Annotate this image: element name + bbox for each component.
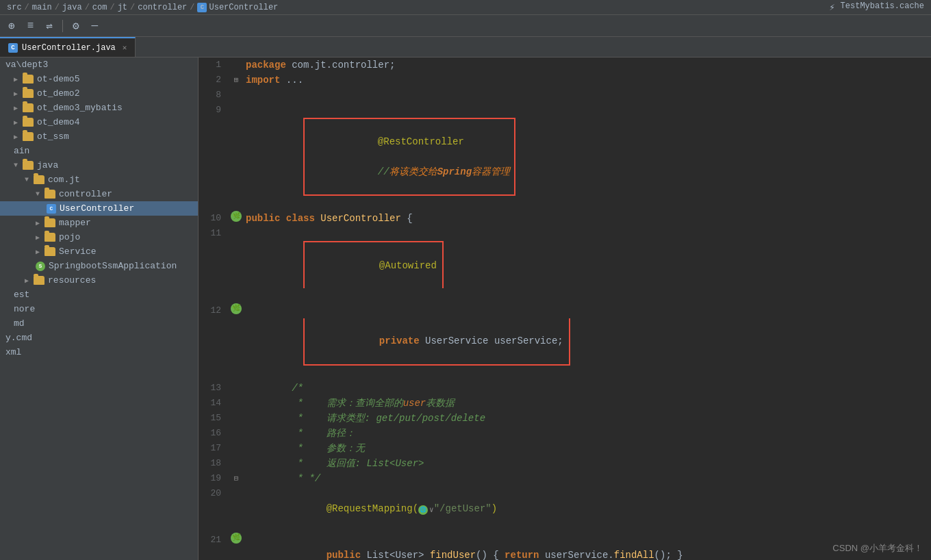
minimize-icon[interactable]: — [89,18,101,34]
sidebar-item-demo4[interactable]: ▶ ot_demo4 [0,115,198,129]
sidebar-item-comjt[interactable]: ▼ com.jt [0,173,198,187]
tab-bar: C UserController.java ✕ [0,37,931,58]
toolbar: ⊕ ≡ ⇌ ⚙ — [0,15,931,37]
list-icon[interactable]: ≡ [25,18,37,34]
folder-icon [44,218,55,227]
code-line-9: 9 @RestController //将该类交给Spring容器管理 [199,103,931,211]
code-line-17: 17 * 参数：无 [199,441,931,456]
arrow-icon: ▶ [14,75,18,84]
arrow-icon: ▶ [36,219,40,227]
editor[interactable]: 1 package com.jt.controller; 2 ⊞ import … [199,58,931,560]
code-line-21: 21 🌿 public List<User> findUser() { retu… [199,533,931,560]
sidebar-item-xml: xml [0,345,198,359]
sidebar-item-nore: nore [0,302,198,316]
folder-icon [23,103,34,112]
folder-icon [23,75,34,84]
arrow-icon: ▶ [14,90,18,98]
breadcrumb-jt[interactable]: jt [118,3,127,12]
settings-icon[interactable]: ⚙ [70,18,82,34]
sidebar-label: Service [59,246,97,257]
arrow-icon: ▼ [36,190,40,198]
java-file-icon: C [47,204,56,214]
tab-usercontroller[interactable]: C UserController.java ✕ [0,37,136,57]
sidebar-label: UserController [60,203,134,214]
code-line-20: 20 @RequestMapping(🌐∨"/getUser") [199,486,931,533]
breadcrumb: src / main / java / com / jt / controlle… [0,0,931,15]
sidebar-item-pojo[interactable]: ▶ pojo [0,230,198,244]
code-line-2: 2 ⊞ import ... [199,73,931,88]
sidebar-item-usercontroller[interactable]: C UserController [0,201,198,216]
code-line-11: 11 @Autowired [199,226,931,303]
sidebar-item-mapper[interactable]: ▶ mapper [0,216,198,230]
arrow-icon: ▼ [14,162,18,169]
fold-button[interactable]: ⊟ [234,471,239,486]
tab-c-icon: C [8,43,18,53]
sort-icon[interactable]: ⇌ [43,18,55,34]
arrow-icon: ▶ [25,277,29,285]
sidebar-item-demo2[interactable]: ▶ ot_demo2 [0,86,198,101]
sidebar-item-demo5[interactable]: ▶ ot-demo5 [0,72,198,86]
arrow-icon: ▶ [36,233,40,242]
breadcrumb-controller[interactable]: controller [138,3,187,12]
code-line-18: 18 * 返回值: List<User> [199,456,931,471]
folder-icon [34,276,44,285]
sidebar-label: java [37,160,58,170]
code-line-10: 10 🌿 public class UserController { [199,211,931,226]
code-area: 1 package com.jt.controller; 2 ⊞ import … [199,58,931,560]
top-right-icon1[interactable]: ⚡ [829,1,834,13]
sidebar-item-md: md [0,316,198,331]
code-line-16: 16 * 路径： [199,426,931,441]
folder-icon [23,161,34,170]
spring-icon: S [36,262,45,271]
top-right-label: TestMybatis.cache [841,1,924,13]
folder-icon [34,175,44,184]
breadcrumb-java[interactable]: java [62,3,82,12]
sidebar-label: resources [48,275,96,285]
add-icon[interactable]: ⊕ [5,18,18,34]
code-line-13: 13 /* [199,381,931,396]
breadcrumb-c-icon: C UserController [197,3,278,12]
arrow-icon: ▼ [25,176,29,183]
breadcrumb-main[interactable]: main [32,3,52,12]
sidebar-item-est: est [0,288,198,302]
sidebar-label: ot_demo2 [37,88,79,99]
bean-marker: 🌿 [231,211,242,222]
sidebar-item-service[interactable]: ▶ Service [0,244,198,259]
sidebar: va\dept3 ▶ ot-demo5 ▶ ot_demo2 ▶ ot_demo… [0,58,199,560]
sidebar-item-java[interactable]: ▼ java [0,158,198,173]
folder-icon [23,89,34,98]
sidebar-item-cmd: y.cmd [0,331,198,345]
sidebar-label: ot-demo5 [37,74,79,84]
code-line-14: 14 * 需求：查询全部的user表数据 [199,396,931,411]
sidebar-item-dept3: va\dept3 [0,58,198,72]
code-line-15: 15 * 请求类型: get/put/post/delete [199,411,931,426]
folder-icon [23,132,34,141]
sidebar-label: SpringbootSsmApplication [49,261,177,271]
arrow-icon: ▶ [14,118,18,127]
bean-marker: 🌿 [231,303,242,314]
sidebar-label: ot_ssm [37,131,69,142]
sidebar-label: pojo [59,232,80,242]
sidebar-item-resources[interactable]: ▶ resources [0,273,198,288]
sidebar-label: ot_demo3_mybatis [37,103,123,113]
sidebar-item-controller[interactable]: ▼ controller [0,187,198,201]
sidebar-item-springbootssm[interactable]: S SpringbootSsmApplication [0,259,198,273]
sidebar-item-demo3mybatis[interactable]: ▶ ot_demo3_mybatis [0,101,198,115]
code-line-8: 8 [199,88,931,103]
sidebar-label: controller [59,189,112,199]
code-line-1: 1 package com.jt.controller; [199,58,931,73]
sidebar-item-ain: ain [0,144,198,158]
folder-icon [44,233,55,242]
tab-close-button[interactable]: ✕ [123,43,127,52]
arrow-icon: ▶ [36,248,40,256]
arrow-icon: ▶ [14,133,18,141]
sidebar-label: mapper [59,218,91,228]
breadcrumb-src[interactable]: src [7,3,22,12]
code-line-19: 19 ⊟ * */ [199,471,931,486]
arrow-icon: ▶ [14,104,18,112]
fold-button[interactable]: ⊞ [234,73,239,88]
sidebar-item-ssm[interactable]: ▶ ot_ssm [0,129,198,144]
sidebar-label: ot_demo4 [37,117,79,127]
tab-label: UserController.java [22,43,116,53]
breadcrumb-com[interactable]: com [92,3,107,12]
